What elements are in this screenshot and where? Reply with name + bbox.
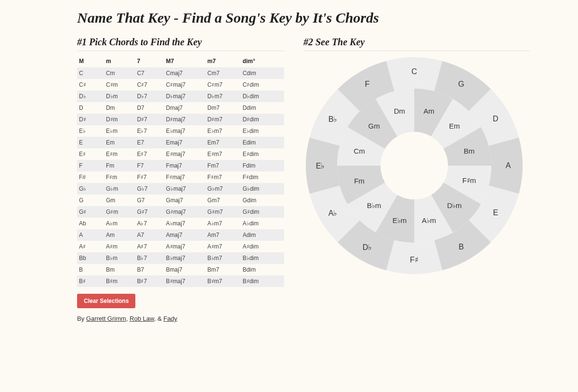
- chord-cell[interactable]: A7: [135, 229, 164, 241]
- chord-cell[interactable]: Bb: [77, 252, 104, 264]
- chord-cell[interactable]: D♭m7: [206, 91, 241, 102]
- chord-cell[interactable]: Gmaj7: [164, 195, 206, 206]
- chord-cell[interactable]: F♯m: [104, 171, 135, 183]
- chord-cell[interactable]: G♯maj7: [164, 206, 206, 218]
- chord-cell[interactable]: E♯: [77, 148, 104, 160]
- chord-cell[interactable]: G♭dim: [241, 183, 284, 195]
- chord-cell[interactable]: B♭7: [135, 252, 164, 264]
- chord-cell[interactable]: Cm: [104, 67, 135, 79]
- chord-cell[interactable]: F: [77, 160, 104, 171]
- author-link[interactable]: Garrett Grimm: [86, 315, 126, 322]
- chord-cell[interactable]: E♭m: [104, 125, 135, 137]
- cof-outer-wedge[interactable]: [386, 57, 442, 91]
- chord-cell[interactable]: B: [77, 264, 104, 275]
- chord-cell[interactable]: G♯dim: [241, 206, 284, 218]
- chord-cell[interactable]: D♯m7: [206, 114, 241, 125]
- chord-cell[interactable]: E♭dim: [241, 125, 284, 137]
- chord-cell[interactable]: Fmaj7: [164, 160, 206, 171]
- chord-cell[interactable]: D: [77, 102, 104, 114]
- chord-cell[interactable]: B♭maj7: [164, 252, 206, 264]
- chord-cell[interactable]: B♯dim: [241, 275, 284, 287]
- chord-cell[interactable]: Cm7: [206, 67, 241, 79]
- chord-cell[interactable]: Gdim: [241, 195, 284, 206]
- chord-cell[interactable]: A♯maj7: [164, 241, 206, 252]
- chord-cell[interactable]: B♭m: [104, 252, 135, 264]
- chord-cell[interactable]: Dm: [104, 102, 135, 114]
- chord-cell[interactable]: Gm: [104, 195, 135, 206]
- chord-cell[interactable]: Fm7: [206, 160, 241, 171]
- chord-cell[interactable]: Ab: [77, 218, 104, 229]
- chord-cell[interactable]: Ddim: [241, 102, 284, 114]
- chord-cell[interactable]: Em: [104, 137, 135, 148]
- chord-cell[interactable]: B♯: [77, 275, 104, 287]
- chord-cell[interactable]: A♭m7: [206, 218, 241, 229]
- chord-cell[interactable]: G♯m: [104, 206, 135, 218]
- chord-cell[interactable]: D♯: [77, 114, 104, 125]
- chord-cell[interactable]: A♯dim: [241, 241, 284, 252]
- chord-cell[interactable]: A♯m7: [206, 241, 241, 252]
- cof-outer-wedge[interactable]: [306, 138, 340, 194]
- chord-cell[interactable]: F♯m7: [206, 171, 241, 183]
- chord-cell[interactable]: G♯7: [135, 206, 164, 218]
- chord-cell[interactable]: D♯maj7: [164, 114, 206, 125]
- chord-cell[interactable]: G♯: [77, 206, 104, 218]
- chord-cell[interactable]: C♯maj7: [164, 79, 206, 91]
- chord-cell[interactable]: E♯dim: [241, 148, 284, 160]
- chord-cell[interactable]: F#: [77, 171, 104, 183]
- chord-cell[interactable]: G♭: [77, 183, 104, 195]
- chord-cell[interactable]: A♭maj7: [164, 218, 206, 229]
- chord-cell[interactable]: G♭7: [135, 183, 164, 195]
- chord-cell[interactable]: C♯7: [135, 79, 164, 91]
- cof-outer-wedge[interactable]: [489, 138, 523, 194]
- chord-cell[interactable]: D♭dim: [241, 91, 284, 102]
- chord-cell[interactable]: G♯m7: [206, 206, 241, 218]
- chord-cell[interactable]: F♯dim: [241, 171, 284, 183]
- chord-cell[interactable]: B♯m7: [206, 275, 241, 287]
- chord-cell[interactable]: B♯m: [104, 275, 135, 287]
- chord-cell[interactable]: Am7: [206, 229, 241, 241]
- chord-cell[interactable]: Edim: [241, 137, 284, 148]
- chord-cell[interactable]: D♭7: [135, 91, 164, 102]
- cof-outer-wedge[interactable]: [386, 240, 442, 274]
- chord-cell[interactable]: Dm7: [206, 102, 241, 114]
- chord-cell[interactable]: C♯: [77, 79, 104, 91]
- chord-cell[interactable]: E♯maj7: [164, 148, 206, 160]
- chord-cell[interactable]: Fdim: [241, 160, 284, 171]
- chord-cell[interactable]: Gm7: [206, 195, 241, 206]
- chord-cell[interactable]: A♭dim: [241, 218, 284, 229]
- chord-cell[interactable]: E♯m7: [206, 148, 241, 160]
- chord-cell[interactable]: A♭m: [104, 218, 135, 229]
- chord-cell[interactable]: B♭dim: [241, 252, 284, 264]
- chord-cell[interactable]: Bm: [104, 264, 135, 275]
- chord-cell[interactable]: Emaj7: [164, 137, 206, 148]
- chord-cell[interactable]: Bm7: [206, 264, 241, 275]
- chord-cell[interactable]: Bmaj7: [164, 264, 206, 275]
- chord-cell[interactable]: B♭m7: [206, 252, 241, 264]
- chord-cell[interactable]: Am: [104, 229, 135, 241]
- chord-cell[interactable]: A♭7: [135, 218, 164, 229]
- author-link[interactable]: Fady: [163, 315, 177, 322]
- chord-cell[interactable]: E♭: [77, 125, 104, 137]
- chord-cell[interactable]: A: [77, 229, 104, 241]
- chord-cell[interactable]: C♯dim: [241, 79, 284, 91]
- chord-cell[interactable]: Amaj7: [164, 229, 206, 241]
- chord-cell[interactable]: D♯7: [135, 114, 164, 125]
- chord-cell[interactable]: F7: [135, 160, 164, 171]
- chord-cell[interactable]: E♯m: [104, 148, 135, 160]
- chord-cell[interactable]: Cmaj7: [164, 67, 206, 79]
- chord-cell[interactable]: D♭m: [104, 91, 135, 102]
- chord-cell[interactable]: E: [77, 137, 104, 148]
- chord-cell[interactable]: B♯maj7: [164, 275, 206, 287]
- chord-cell[interactable]: E♯7: [135, 148, 164, 160]
- chord-cell[interactable]: G: [77, 195, 104, 206]
- chord-cell[interactable]: B7: [135, 264, 164, 275]
- chord-cell[interactable]: G7: [135, 195, 164, 206]
- chord-cell[interactable]: G♭m7: [206, 183, 241, 195]
- chord-cell[interactable]: F♯7: [135, 171, 164, 183]
- chord-cell[interactable]: G♭m: [104, 183, 135, 195]
- chord-cell[interactable]: C♯m: [104, 79, 135, 91]
- chord-cell[interactable]: D♯dim: [241, 114, 284, 125]
- chord-cell[interactable]: Em7: [206, 137, 241, 148]
- chord-cell[interactable]: D♭maj7: [164, 91, 206, 102]
- chord-cell[interactable]: D♯m: [104, 114, 135, 125]
